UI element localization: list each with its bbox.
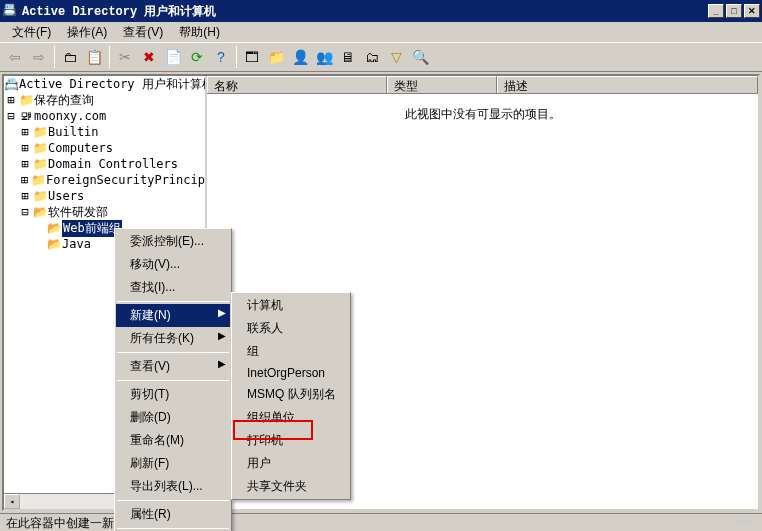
- cm-cut[interactable]: 剪切(T): [116, 383, 230, 406]
- back-button[interactable]: ⇦: [4, 46, 26, 68]
- title-bar: 📇 Active Directory 用户和计算机 _ □ ✕: [0, 0, 762, 22]
- toolbar: ⇦ ⇨ 🗀 📋 ✂ ✖ 📄 ⟳ ? 🗔 📁 👤 👥 🖥 🗂 ▽ 🔍: [0, 42, 762, 72]
- tree-users[interactable]: ⊞📁Users: [4, 188, 205, 204]
- show-button[interactable]: 📋: [83, 46, 105, 68]
- sm-user[interactable]: 用户: [233, 452, 349, 475]
- cm-rename[interactable]: 重命名(M): [116, 429, 230, 452]
- tool-icon-5[interactable]: 🖥: [337, 46, 359, 68]
- minimize-button[interactable]: _: [708, 4, 724, 18]
- cm-refresh[interactable]: 刷新(F): [116, 452, 230, 475]
- tree-saved-queries[interactable]: ⊞📁保存的查询: [4, 92, 205, 108]
- cm-find[interactable]: 查找(I)...: [116, 276, 230, 299]
- cm-view[interactable]: 查看(V)▶: [116, 355, 230, 378]
- cm-move[interactable]: 移动(V)...: [116, 253, 230, 276]
- tree-fsp[interactable]: ⊞📁ForeignSecurityPrincip: [4, 172, 205, 188]
- tree-root[interactable]: 📇Active Directory 用户和计算机: [4, 76, 205, 92]
- cm-delegate[interactable]: 委派控制(E)...: [116, 230, 230, 253]
- close-button[interactable]: ✕: [744, 4, 760, 18]
- tree-computers[interactable]: ⊞📁Computers: [4, 140, 205, 156]
- tree-domain-controllers[interactable]: ⊞📁Domain Controllers: [4, 156, 205, 172]
- properties-icon[interactable]: 📄: [162, 46, 184, 68]
- sm-group[interactable]: 组: [233, 340, 349, 363]
- sm-msmq[interactable]: MSMQ 队列别名: [233, 383, 349, 406]
- forward-button[interactable]: ⇨: [28, 46, 50, 68]
- tool-icon-3[interactable]: 👤: [289, 46, 311, 68]
- sm-printer[interactable]: 打印机: [233, 429, 349, 452]
- tree-dev-dept[interactable]: ⊟📂软件研发部: [4, 204, 205, 220]
- scroll-left-icon[interactable]: ◂: [4, 494, 20, 509]
- watermark: blog: [735, 515, 756, 527]
- sm-computer[interactable]: 计算机: [233, 294, 349, 317]
- maximize-button[interactable]: □: [726, 4, 742, 18]
- find-icon[interactable]: 🔍: [409, 46, 431, 68]
- filter-icon[interactable]: ▽: [385, 46, 407, 68]
- sm-ou[interactable]: 组织单位: [233, 406, 349, 429]
- cm-export[interactable]: 导出列表(L)...: [116, 475, 230, 498]
- up-button[interactable]: 🗀: [59, 46, 81, 68]
- delete-icon[interactable]: ✖: [138, 46, 160, 68]
- list-header: 名称 类型 描述: [207, 76, 758, 94]
- submenu-arrow-icon: ▶: [218, 330, 226, 341]
- sm-contact[interactable]: 联系人: [233, 317, 349, 340]
- cut-icon[interactable]: ✂: [114, 46, 136, 68]
- col-desc[interactable]: 描述: [497, 76, 758, 93]
- cm-new[interactable]: 新建(N)▶: [116, 304, 230, 327]
- submenu-arrow-icon: ▶: [218, 358, 226, 369]
- tool-icon-2[interactable]: 📁: [265, 46, 287, 68]
- refresh-icon[interactable]: ⟳: [186, 46, 208, 68]
- tree-builtin[interactable]: ⊞📁Builtin: [4, 124, 205, 140]
- sm-inetorg[interactable]: InetOrgPerson: [233, 363, 349, 383]
- cm-all-tasks[interactable]: 所有任务(K)▶: [116, 327, 230, 350]
- submenu-arrow-icon: ▶: [218, 307, 226, 318]
- menu-bar: 文件(F) 操作(A) 查看(V) 帮助(H): [0, 22, 762, 42]
- window-buttons: _ □ ✕: [708, 4, 760, 18]
- tool-icon-1[interactable]: 🗔: [241, 46, 263, 68]
- tree-domain[interactable]: ⊟🖳moonxy.com: [4, 108, 205, 124]
- menu-action[interactable]: 操作(A): [59, 22, 115, 43]
- menu-help[interactable]: 帮助(H): [171, 22, 228, 43]
- col-name[interactable]: 名称: [207, 76, 387, 93]
- menu-file[interactable]: 文件(F): [4, 22, 59, 43]
- tool-icon-6[interactable]: 🗂: [361, 46, 383, 68]
- menu-view[interactable]: 查看(V): [115, 22, 171, 43]
- window-title: Active Directory 用户和计算机: [22, 3, 708, 20]
- cm-delete[interactable]: 删除(D): [116, 406, 230, 429]
- help-icon[interactable]: ?: [210, 46, 232, 68]
- app-icon: 📇: [2, 3, 18, 19]
- tool-icon-4[interactable]: 👥: [313, 46, 335, 68]
- sm-shared-folder[interactable]: 共享文件夹: [233, 475, 349, 498]
- cm-properties[interactable]: 属性(R): [116, 503, 230, 526]
- context-menu: 委派控制(E)... 移动(V)... 查找(I)... 新建(N)▶ 所有任务…: [114, 228, 232, 531]
- new-submenu: 计算机 联系人 组 InetOrgPerson MSMQ 队列别名 组织单位 打…: [231, 292, 351, 500]
- col-type[interactable]: 类型: [387, 76, 497, 93]
